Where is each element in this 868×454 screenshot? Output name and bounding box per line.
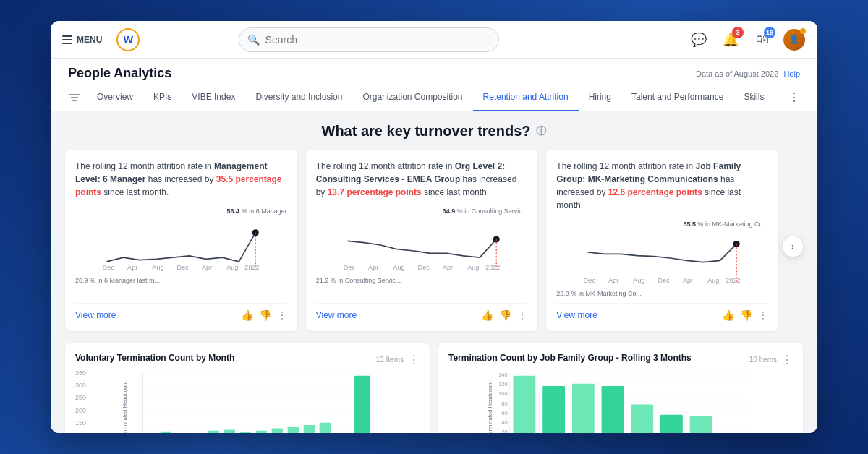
chart-1-area: 350 300 250 200 150 100 <box>75 369 420 433</box>
svg-text:20: 20 <box>501 429 508 433</box>
menu-button[interactable]: MENU <box>62 35 102 45</box>
card-1-chart: 56.4 % in 6 Manager Dec Apr Aug Dec Apr … <box>75 207 287 297</box>
tab-overview[interactable]: Overview <box>87 84 143 111</box>
svg-text:Aug: Aug <box>152 264 163 271</box>
card-2-footer: View more 👍 👎 ⋮ <box>316 303 528 321</box>
tab-org-composition[interactable]: Organization Composition <box>352 84 472 111</box>
svg-text:Apr: Apr <box>608 277 618 284</box>
chart-1-more-button[interactable]: ⋮ <box>408 353 420 367</box>
svg-text:Dec: Dec <box>584 277 596 284</box>
chart-voluntary-termination: Voluntary Termination Count by Month 13 … <box>65 343 430 433</box>
thumbs-up-button[interactable]: 👍 <box>241 309 253 321</box>
svg-text:Apr: Apr <box>202 264 212 271</box>
insight-card-1: The rolling 12 month attrition rate in M… <box>65 150 297 331</box>
info-icon[interactable]: ⓘ <box>536 125 546 138</box>
svg-rect-45 <box>288 427 299 433</box>
svg-point-21 <box>733 241 740 247</box>
thumbs-up-button-2[interactable]: 👍 <box>481 309 493 321</box>
svg-text:2022: 2022 <box>726 277 741 284</box>
svg-text:2022: 2022 <box>485 264 500 271</box>
card-1-view-more[interactable]: View more <box>75 310 116 320</box>
more-options-button-2[interactable]: ⋮ <box>517 309 527 321</box>
svg-text:Aug: Aug <box>634 277 645 284</box>
chart-2-area: 140 120 100 80 60 40 20 Terminated Headc… <box>448 369 793 433</box>
tab-talent[interactable]: Talent and Performance <box>621 84 733 111</box>
svg-text:Dec: Dec <box>417 264 430 271</box>
svg-text:Terminated Headcount: Terminated Headcount <box>487 380 493 433</box>
insight-cards: The rolling 12 month attrition rate in M… <box>65 150 778 331</box>
svg-rect-48 <box>354 376 370 433</box>
card-3-actions: 👍 👎 ⋮ <box>722 309 768 321</box>
sparkline-1: Dec Apr Aug Dec Apr Aug 2022 <box>75 216 287 274</box>
filter-icon <box>69 93 80 102</box>
bottom-charts: Voluntary Termination Count by Month 13 … <box>65 343 803 433</box>
section-header: What are key turnover trends? ⓘ <box>65 123 803 140</box>
svg-text:Apr: Apr <box>368 264 378 271</box>
thumbs-down-button[interactable]: 👎 <box>259 309 271 321</box>
chart-2-more-button[interactable]: ⋮ <box>781 353 793 367</box>
svg-text:Apr: Apr <box>127 264 137 271</box>
section-title: What are key turnover trends? ⓘ <box>322 123 547 140</box>
search-input[interactable] <box>239 27 499 52</box>
svg-text:100: 100 <box>498 390 508 397</box>
avatar-button[interactable]: 👤 <box>783 28 806 51</box>
tab-diversity[interactable]: Diversity and Inclusion <box>245 84 352 111</box>
svg-text:2022: 2022 <box>244 264 259 271</box>
chat-button[interactable]: 💬 <box>687 28 710 51</box>
inbox-button[interactable]: 🛍 18 <box>751 28 774 51</box>
card-1-footer: View more 👍 👎 ⋮ <box>75 303 287 321</box>
svg-rect-46 <box>304 425 315 433</box>
thumbs-down-button-2[interactable]: 👎 <box>499 309 511 321</box>
card-3-view-more[interactable]: View more <box>556 310 597 320</box>
card-3-footer: View more 👍 👎 ⋮ <box>556 303 768 321</box>
svg-text:Dec: Dec <box>343 264 355 271</box>
svg-text:Terminated Headcount: Terminated Headcount <box>122 380 129 433</box>
tab-vibe-index[interactable]: VIBE Index <box>182 84 245 111</box>
tab-hiring[interactable]: Hiring <box>579 84 621 111</box>
svg-text:80: 80 <box>501 401 508 407</box>
svg-rect-72 <box>690 416 712 433</box>
svg-rect-41 <box>224 430 235 433</box>
more-options-button-3[interactable]: ⋮ <box>758 309 768 321</box>
chart-job-family: Termination Count by Job Family Group - … <box>438 343 803 433</box>
tab-kpis[interactable]: KPIs <box>143 84 182 111</box>
chart-2-title: Termination Count by Job Family Group - … <box>448 353 692 363</box>
tab-skills[interactable]: Skills <box>733 84 774 111</box>
svg-text:Apr: Apr <box>683 277 693 284</box>
nav-tabs: Overview KPIs VIBE Index Diversity and I… <box>51 84 817 111</box>
search-bar[interactable]: 🔍 <box>239 27 499 52</box>
insight-card-2: The rolling 12 month attrition rate in O… <box>306 150 538 331</box>
filter-button[interactable] <box>62 93 87 102</box>
svg-rect-44 <box>272 428 283 433</box>
data-date: Data as of August 2022 Help <box>696 69 800 78</box>
card-2-actions: 👍 👎 ⋮ <box>481 309 527 321</box>
thumbs-up-button-3[interactable]: 👍 <box>722 309 734 321</box>
svg-rect-69 <box>602 386 624 433</box>
top-bar: MENU W 🔍 💬 🔔 3 🛍 18 👤 <box>51 21 817 59</box>
svg-text:Dec: Dec <box>177 264 190 271</box>
help-link[interactable]: Help <box>783 69 800 78</box>
card-1-actions: 👍 👎 ⋮ <box>241 309 287 321</box>
svg-text:140: 140 <box>498 372 508 378</box>
svg-text:Aug: Aug <box>393 264 404 271</box>
inbox-badge: 18 <box>764 27 775 38</box>
chat-icon: 💬 <box>691 32 707 48</box>
chart-1-header: Voluntary Termination Count by Month 13 … <box>75 353 420 367</box>
thumbs-down-button-3[interactable]: 👎 <box>740 309 752 321</box>
page-title: People Analytics <box>68 66 171 81</box>
svg-text:60: 60 <box>501 410 508 416</box>
svg-rect-47 <box>320 423 331 433</box>
card-2-view-more[interactable]: View more <box>316 310 357 320</box>
more-options-button[interactable]: ⋮ <box>277 309 287 321</box>
main-content: What are key turnover trends? ⓘ The roll… <box>51 111 817 433</box>
tab-retention[interactable]: Retention and Attrition <box>473 84 579 111</box>
carousel-next-button[interactable]: › <box>783 236 803 257</box>
svg-text:Dec: Dec <box>658 277 671 284</box>
svg-rect-70 <box>631 404 653 433</box>
menu-label: MENU <box>77 35 102 45</box>
svg-rect-42 <box>240 432 251 433</box>
svg-point-3 <box>252 229 259 236</box>
notifications-button[interactable]: 🔔 3 <box>719 28 742 51</box>
more-tabs-button[interactable]: ⋮ <box>783 90 806 104</box>
chart-1-title: Voluntary Termination Count by Month <box>75 353 234 363</box>
